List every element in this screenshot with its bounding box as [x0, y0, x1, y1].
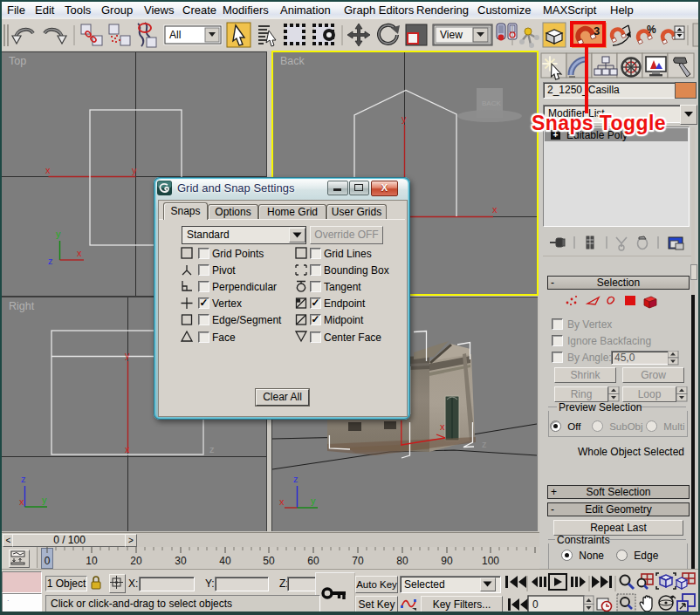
svg-text:x: x — [45, 165, 51, 175]
svg-text:x: x — [77, 248, 82, 258]
svg-text:0: 0 — [45, 555, 51, 567]
svg-text:x: x — [492, 204, 498, 215]
svg-text:60: 60 — [307, 555, 319, 567]
svg-text:View: View — [440, 29, 463, 41]
svg-text:x: x — [279, 496, 285, 507]
svg-text:z: z — [48, 256, 53, 266]
svg-text:x: x — [125, 444, 130, 454]
svg-text:y: y — [125, 350, 130, 360]
svg-text:30: 30 — [175, 555, 187, 567]
svg-text:z: z — [293, 474, 299, 484]
svg-text:BACK: BACK — [482, 99, 501, 107]
svg-text:y: y — [42, 495, 47, 505]
svg-text:y: y — [311, 495, 316, 506]
svg-text:40: 40 — [219, 555, 231, 567]
svg-text:y: y — [56, 229, 61, 239]
svg-text:3: 3 — [594, 24, 600, 38]
svg-text:y: y — [132, 165, 137, 175]
svg-text:z: z — [482, 439, 487, 449]
svg-text:y: y — [401, 113, 407, 124]
svg-text:%: % — [647, 24, 656, 36]
svg-text:0: 0 — [532, 598, 539, 611]
svg-text:z: z — [209, 444, 215, 454]
svg-text:20: 20 — [130, 555, 142, 567]
svg-text:50: 50 — [263, 555, 275, 567]
svg-text:10: 10 — [86, 555, 98, 567]
svg-text:80: 80 — [396, 555, 408, 567]
svg-text:z: z — [21, 474, 26, 484]
svg-text:All: All — [169, 29, 181, 41]
svg-text:x: x — [19, 496, 24, 507]
svg-text:90: 90 — [441, 555, 453, 567]
svg-text:70: 70 — [352, 555, 364, 567]
svg-text:100: 100 — [482, 555, 499, 567]
svg-text:x: x — [440, 421, 445, 432]
